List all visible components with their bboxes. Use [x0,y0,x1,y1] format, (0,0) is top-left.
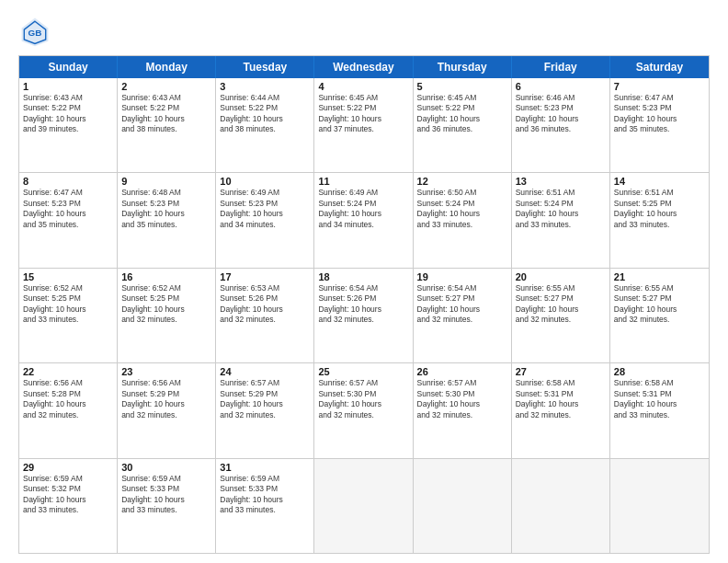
day-info: Sunrise: 6:47 AM Sunset: 5:23 PM Dayligh… [614,93,705,135]
day-info: Sunrise: 6:51 AM Sunset: 5:25 PM Dayligh… [614,188,705,230]
calendar-day-6: 6Sunrise: 6:46 AM Sunset: 5:23 PM Daylig… [512,78,610,172]
day-info: Sunrise: 6:45 AM Sunset: 5:22 PM Dayligh… [417,93,507,135]
calendar-day-30: 30Sunrise: 6:59 AM Sunset: 5:33 PM Dayli… [118,459,216,553]
day-info: Sunrise: 6:52 AM Sunset: 5:25 PM Dayligh… [23,283,113,326]
calendar-day-27: 27Sunrise: 6:58 AM Sunset: 5:31 PM Dayli… [512,363,610,457]
day-number: 5 [417,81,507,92]
calendar-day-8: 8Sunrise: 6:47 AM Sunset: 5:23 PM Daylig… [19,173,118,267]
day-number: 12 [417,176,507,187]
day-info: Sunrise: 6:46 AM Sunset: 5:23 PM Dayligh… [516,93,606,135]
calendar-day-9: 9Sunrise: 6:48 AM Sunset: 5:23 PM Daylig… [118,173,216,267]
day-info: Sunrise: 6:49 AM Sunset: 5:23 PM Dayligh… [220,188,310,230]
calendar-day-24: 24Sunrise: 6:57 AM Sunset: 5:29 PM Dayli… [216,363,314,457]
day-info: Sunrise: 6:57 AM Sunset: 5:29 PM Dayligh… [220,378,310,420]
header: GB [18,15,710,48]
calendar-day-14: 14Sunrise: 6:51 AM Sunset: 5:25 PM Dayli… [610,173,709,267]
calendar-day-25: 25Sunrise: 6:57 AM Sunset: 5:30 PM Dayli… [314,363,413,457]
day-info: Sunrise: 6:59 AM Sunset: 5:32 PM Dayligh… [23,474,113,516]
day-number: 11 [318,176,408,187]
calendar-day-10: 10Sunrise: 6:49 AM Sunset: 5:23 PM Dayli… [216,173,314,267]
weekday-header-saturday: Saturday [610,56,709,78]
calendar-week-2: 8Sunrise: 6:47 AM Sunset: 5:23 PM Daylig… [19,173,709,268]
day-number: 17 [220,271,310,282]
calendar: SundayMondayTuesdayWednesdayThursdayFrid… [18,55,710,554]
calendar-day-28: 28Sunrise: 6:58 AM Sunset: 5:31 PM Dayli… [610,363,709,457]
day-info: Sunrise: 6:56 AM Sunset: 5:29 PM Dayligh… [121,378,211,420]
day-number: 25 [318,366,408,377]
day-number: 15 [23,271,113,282]
calendar-day-15: 15Sunrise: 6:52 AM Sunset: 5:25 PM Dayli… [19,269,118,362]
calendar-day-31: 31Sunrise: 6:59 AM Sunset: 5:33 PM Dayli… [216,459,314,553]
calendar-day-4: 4Sunrise: 6:45 AM Sunset: 5:22 PM Daylig… [314,78,413,172]
day-number: 19 [417,271,507,282]
calendar-day-11: 11Sunrise: 6:49 AM Sunset: 5:24 PM Dayli… [314,173,413,267]
day-info: Sunrise: 6:55 AM Sunset: 5:27 PM Dayligh… [614,283,705,326]
day-number: 16 [121,271,211,282]
calendar-day-12: 12Sunrise: 6:50 AM Sunset: 5:24 PM Dayli… [414,173,512,267]
day-number: 30 [121,462,211,473]
calendar-day-22: 22Sunrise: 6:56 AM Sunset: 5:28 PM Dayli… [19,363,118,457]
weekday-header-monday: Monday [118,56,216,78]
day-number: 28 [614,366,705,377]
day-number: 1 [23,81,113,92]
calendar-day-5: 5Sunrise: 6:45 AM Sunset: 5:22 PM Daylig… [414,78,512,172]
calendar-day-16: 16Sunrise: 6:52 AM Sunset: 5:25 PM Dayli… [118,269,216,362]
calendar-day-empty [512,459,610,553]
day-number: 13 [516,176,606,187]
day-number: 27 [516,366,606,377]
calendar-week-3: 15Sunrise: 6:52 AM Sunset: 5:25 PM Dayli… [19,269,709,363]
day-number: 21 [614,271,705,282]
calendar-day-empty [414,459,512,553]
day-number: 20 [516,271,606,282]
day-number: 10 [220,176,310,187]
day-number: 31 [220,462,310,473]
day-number: 14 [614,176,705,187]
weekday-header-sunday: Sunday [19,56,118,78]
calendar-header: SundayMondayTuesdayWednesdayThursdayFrid… [19,56,709,78]
day-info: Sunrise: 6:53 AM Sunset: 5:26 PM Dayligh… [220,283,310,326]
day-info: Sunrise: 6:57 AM Sunset: 5:30 PM Dayligh… [318,378,408,420]
day-info: Sunrise: 6:43 AM Sunset: 5:22 PM Dayligh… [121,93,211,135]
day-info: Sunrise: 6:54 AM Sunset: 5:26 PM Dayligh… [318,283,408,326]
calendar-day-1: 1Sunrise: 6:43 AM Sunset: 5:22 PM Daylig… [19,78,118,172]
logo-icon: GB [18,15,51,48]
calendar-day-26: 26Sunrise: 6:57 AM Sunset: 5:30 PM Dayli… [414,363,512,457]
day-info: Sunrise: 6:59 AM Sunset: 5:33 PM Dayligh… [220,474,310,516]
day-info: Sunrise: 6:56 AM Sunset: 5:28 PM Dayligh… [23,378,113,420]
calendar-body: 1Sunrise: 6:43 AM Sunset: 5:22 PM Daylig… [19,78,709,553]
calendar-day-empty [314,459,413,553]
day-info: Sunrise: 6:52 AM Sunset: 5:25 PM Dayligh… [121,283,211,326]
day-number: 7 [614,81,705,92]
logo: GB [18,15,57,48]
day-info: Sunrise: 6:54 AM Sunset: 5:27 PM Dayligh… [417,283,507,326]
day-info: Sunrise: 6:58 AM Sunset: 5:31 PM Dayligh… [516,378,606,420]
day-info: Sunrise: 6:55 AM Sunset: 5:27 PM Dayligh… [516,283,606,326]
day-info: Sunrise: 6:44 AM Sunset: 5:22 PM Dayligh… [220,93,310,135]
calendar-day-3: 3Sunrise: 6:44 AM Sunset: 5:22 PM Daylig… [216,78,314,172]
calendar-day-empty [610,459,709,553]
calendar-day-23: 23Sunrise: 6:56 AM Sunset: 5:29 PM Dayli… [118,363,216,457]
day-info: Sunrise: 6:57 AM Sunset: 5:30 PM Dayligh… [417,378,507,420]
day-info: Sunrise: 6:48 AM Sunset: 5:23 PM Dayligh… [121,188,211,230]
calendar-week-5: 29Sunrise: 6:59 AM Sunset: 5:32 PM Dayli… [19,459,709,553]
calendar-day-21: 21Sunrise: 6:55 AM Sunset: 5:27 PM Dayli… [610,269,709,362]
day-number: 23 [121,366,211,377]
svg-text:GB: GB [28,28,42,38]
weekday-header-friday: Friday [512,56,610,78]
day-info: Sunrise: 6:47 AM Sunset: 5:23 PM Dayligh… [23,188,113,230]
day-number: 4 [318,81,408,92]
weekday-header-tuesday: Tuesday [216,56,314,78]
calendar-day-7: 7Sunrise: 6:47 AM Sunset: 5:23 PM Daylig… [610,78,709,172]
day-number: 3 [220,81,310,92]
day-info: Sunrise: 6:51 AM Sunset: 5:24 PM Dayligh… [516,188,606,230]
day-number: 9 [121,176,211,187]
day-number: 22 [23,366,113,377]
weekday-header-wednesday: Wednesday [314,56,413,78]
day-info: Sunrise: 6:45 AM Sunset: 5:22 PM Dayligh… [318,93,408,135]
day-info: Sunrise: 6:50 AM Sunset: 5:24 PM Dayligh… [417,188,507,230]
calendar-day-13: 13Sunrise: 6:51 AM Sunset: 5:24 PM Dayli… [512,173,610,267]
calendar-week-4: 22Sunrise: 6:56 AM Sunset: 5:28 PM Dayli… [19,363,709,458]
day-info: Sunrise: 6:49 AM Sunset: 5:24 PM Dayligh… [318,188,408,230]
calendar-day-18: 18Sunrise: 6:54 AM Sunset: 5:26 PM Dayli… [314,269,413,362]
day-info: Sunrise: 6:58 AM Sunset: 5:31 PM Dayligh… [614,378,705,420]
